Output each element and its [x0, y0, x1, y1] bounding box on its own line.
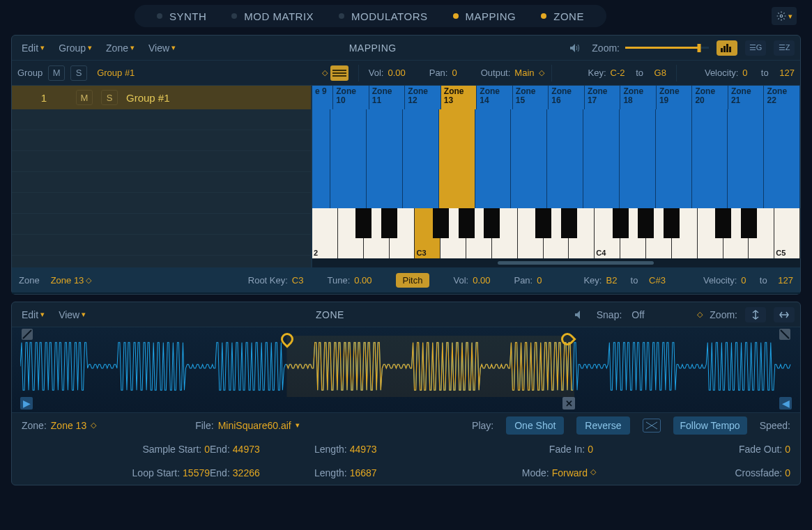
mapping-zone-menu[interactable]: Zone ▾: [102, 40, 139, 56]
one-shot-button[interactable]: One Shot: [506, 416, 564, 435]
zone-param-bar: Zone Zone 13 ◇ Root Key: C3 Tune: 0.00 P…: [12, 267, 800, 294]
loop-start[interactable]: 15579: [183, 467, 210, 478]
zone-header-11[interactable]: Zone11: [369, 86, 406, 109]
sample-start[interactable]: 0: [204, 444, 210, 455]
zone-header-16[interactable]: Zone16: [549, 86, 585, 109]
snap-value[interactable]: Off ◇: [627, 307, 704, 322]
zone-header-21[interactable]: Zone21: [728, 86, 765, 109]
stepper-icon[interactable]: ◇: [322, 68, 325, 77]
zone-menubar: Edit ▾ View ▾ ZONE Snap: Off ◇ Zoom:: [12, 302, 800, 327]
root-key[interactable]: Root Key: C3: [248, 275, 304, 286]
settings-button[interactable]: ▾: [772, 7, 797, 25]
snap-label: Snap:: [597, 309, 622, 320]
sample-start-handle[interactable]: ▶: [20, 397, 33, 410]
group-solo-button[interactable]: S: [70, 65, 87, 81]
zone-header-12[interactable]: Zone12: [405, 86, 441, 109]
zone-vel-range[interactable]: Velocity: 0 to 127: [703, 275, 793, 286]
zone-field[interactable]: Zone: Zone 13 ◇: [22, 420, 93, 431]
keyboard-scrollbar[interactable]: [312, 258, 800, 267]
waveform-display[interactable]: ▶ ✕ ◀: [12, 327, 800, 412]
flex-icon[interactable]: [643, 419, 661, 432]
zoom-vertical-icon[interactable]: [745, 307, 766, 322]
sample-end-handle[interactable]: ◀: [779, 397, 792, 410]
mapping-view-menu[interactable]: View ▾: [144, 40, 180, 56]
list-view-toggle[interactable]: [330, 65, 348, 81]
loop-mode[interactable]: Forward: [552, 467, 588, 478]
zone-header-18[interactable]: Zone18: [620, 86, 657, 109]
group-list: 1 M S Group #1: [12, 86, 311, 267]
mapping-title: MAPPING: [185, 42, 560, 54]
group-key-range[interactable]: Key: C-2 to G8: [588, 68, 666, 78]
tab-zone[interactable]: ZONE: [528, 10, 597, 22]
row-solo[interactable]: S: [101, 90, 118, 105]
group-vol[interactable]: Vol: 0.00: [369, 68, 406, 78]
svg-point-0: [780, 15, 783, 17]
loop-end[interactable]: 32266: [233, 467, 260, 478]
tab-mod-matrix[interactable]: MOD MATRIX: [219, 10, 326, 22]
tab-synth[interactable]: SYNTH: [144, 10, 219, 22]
zone-map[interactable]: e 9Zone10Zone11Zone12Zone13Zone14Zone15Z…: [311, 86, 800, 267]
mapping-edit-menu[interactable]: Edit ▾: [17, 40, 49, 56]
zone-vol[interactable]: Vol: 0.00: [453, 275, 490, 286]
zone-header-13[interactable]: Zone13: [441, 86, 477, 109]
sample-end[interactable]: 44973: [233, 444, 260, 455]
fade-in[interactable]: 0: [588, 444, 593, 455]
tab-mapping[interactable]: MAPPING: [441, 10, 529, 22]
zone-header-19[interactable]: Zone19: [657, 86, 693, 109]
zoom-label: Zoom:: [592, 42, 620, 54]
zone-detail-row: Zone: Zone 13 ◇ File: MiniSquare60.aif ▾…: [12, 412, 800, 437]
audition-icon[interactable]: [565, 40, 586, 56]
group-mute-button[interactable]: M: [48, 65, 65, 81]
tune[interactable]: Tune: 0.00: [327, 275, 371, 286]
pitch-button[interactable]: Pitch: [396, 273, 430, 288]
group-pan[interactable]: Pan: 0: [429, 68, 457, 78]
svg-rect-1: [721, 48, 723, 52]
group-row-1[interactable]: 1 M S Group #1: [12, 86, 311, 109]
mapping-body: 1 M S Group #1 e 9Zone10Zone11Zone12Zone…: [12, 86, 800, 267]
fade-out[interactable]: 0: [785, 444, 790, 455]
sample-length[interactable]: 44973: [350, 444, 377, 455]
zone-header-22[interactable]: Zone22: [764, 86, 800, 109]
mapping-zoom-slider[interactable]: [625, 47, 709, 49]
mapping-group-menu[interactable]: Group ▾: [54, 40, 96, 56]
zone-title: ZONE: [95, 309, 565, 320]
reverse-button[interactable]: Reverse: [576, 416, 629, 435]
group-name-dropdown[interactable]: Group #1: [93, 65, 139, 80]
view-mode-zone-list[interactable]: ☰Z: [774, 40, 795, 56]
group-param-bar: Group M S Group #1 ◇ Vol: 0.00 Pan: 0 Ou…: [12, 61, 800, 86]
zone-header-14[interactable]: Zone14: [477, 86, 513, 109]
top-bar: SYNTH MOD MATRIX MODULATORS MAPPING ZONE…: [0, 0, 812, 32]
zoom-fit-icon[interactable]: [774, 307, 795, 322]
zone-key-range[interactable]: Key: B2 to C#3: [583, 275, 665, 286]
zone-audition-icon[interactable]: [570, 306, 591, 323]
follow-tempo-button[interactable]: Follow Tempo: [673, 416, 747, 435]
zone-edit-menu[interactable]: Edit ▾: [17, 307, 49, 322]
crossfade[interactable]: 0: [785, 467, 790, 478]
view-mode-keymap[interactable]: [717, 40, 737, 56]
svg-rect-4: [729, 47, 731, 52]
svg-rect-2: [723, 46, 726, 52]
zone-view-menu[interactable]: View ▾: [54, 307, 90, 322]
loop-length[interactable]: 16687: [350, 467, 377, 478]
mapping-menubar: Edit ▾ Group ▾ Zone ▾ View ▾ MAPPING Zoo…: [12, 36, 800, 61]
sample-params-row: Sample Start:0 End: 44973 Length: 44973 …: [12, 437, 800, 461]
zone-header-9[interactable]: e 9: [312, 86, 333, 109]
keyboard[interactable]: 2C3C4C5: [312, 208, 800, 258]
row-mute[interactable]: M: [76, 90, 93, 105]
group-output[interactable]: Output: Main ◇: [481, 68, 542, 78]
file-field[interactable]: File: MiniSquare60.aif ▾: [195, 420, 300, 431]
loop-end-x-handle[interactable]: ✕: [562, 397, 575, 410]
view-mode-group-list[interactable]: ☰G: [745, 40, 766, 56]
zone-zoom-label: Zoom:: [710, 309, 737, 320]
main-tabs: SYNTH MOD MATRIX MODULATORS MAPPING ZONE: [135, 5, 606, 27]
zone-header-15[interactable]: Zone15: [513, 86, 549, 109]
zone-select[interactable]: Zone 13 ◇: [47, 273, 93, 288]
group-label: Group: [17, 68, 43, 78]
tab-modulators[interactable]: MODULATORS: [326, 10, 440, 22]
zone-header-17[interactable]: Zone17: [585, 86, 621, 109]
group-velocity-range[interactable]: Velocity: 0 to 127: [705, 68, 795, 78]
zone-header-10[interactable]: Zone10: [333, 86, 369, 109]
zone-pan[interactable]: Pan: 0: [514, 275, 542, 286]
zone-header-20[interactable]: Zone20: [692, 86, 728, 109]
play-label: Play:: [472, 420, 493, 431]
